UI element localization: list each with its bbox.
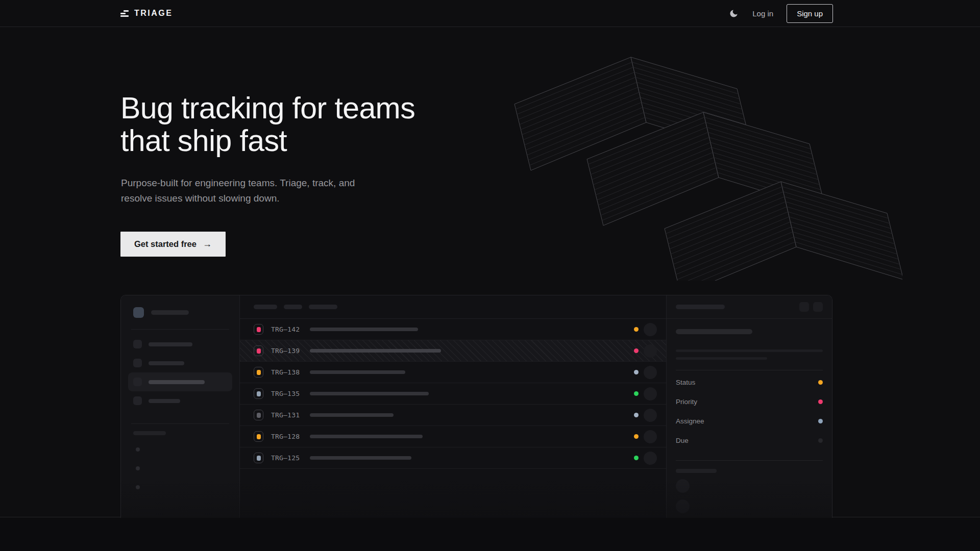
assignee-avatar: [644, 366, 657, 379]
panel-actions: [799, 302, 823, 312]
nav-label-skeleton: [149, 361, 184, 365]
issue-row[interactable]: TRG–125: [240, 447, 666, 469]
issue-id: TRG–142: [271, 325, 310, 333]
nav-label-skeleton: [149, 380, 205, 384]
panel-title-skeleton: [676, 305, 725, 309]
assignee-avatar: [644, 452, 657, 465]
status-dot: [634, 434, 639, 439]
sidebar-nav-item-1[interactable]: [128, 335, 232, 354]
issue-title-skeleton: [310, 456, 411, 460]
issue-title-skeleton: [310, 349, 441, 353]
get-started-button[interactable]: Get started free →: [120, 232, 226, 257]
issue-title-skeleton: [310, 370, 405, 374]
issue-type-icon: [254, 453, 263, 463]
header-nav: Log in Sign up: [728, 4, 833, 23]
issue-title-skeleton: [676, 329, 752, 334]
section-label-skeleton: [133, 431, 166, 435]
issue-id: TRG–128: [271, 433, 310, 440]
nav-icon-placeholder: [133, 359, 142, 367]
field-value-dot: [818, 399, 823, 404]
issue-title-skeleton: [310, 328, 418, 331]
issue-row[interactable]: TRG–131: [240, 405, 666, 426]
issue-id: TRG–138: [271, 368, 310, 376]
detail-field-row[interactable]: Assignee: [676, 411, 823, 431]
hero-title: Bug tracking for teams that ship fast: [120, 92, 415, 157]
assignee-avatar: [644, 344, 657, 358]
site-header: TRIAGE Log in Sign up: [0, 0, 980, 27]
sidebar-nav-item-2[interactable]: [128, 354, 232, 372]
issue-title-skeleton: [310, 413, 394, 417]
field-value-dot: [818, 419, 823, 423]
toolbar-pill-skeleton: [254, 305, 277, 309]
issue-type-icon: [254, 388, 263, 399]
panel-divider: [676, 460, 823, 461]
sidebar-dot-item: [136, 447, 140, 452]
status-dot: [634, 327, 639, 332]
mockup-detail-panel: Status Priority Assignee Due: [666, 295, 832, 545]
workspace-name-skeleton: [151, 310, 189, 315]
detail-panel-header: [667, 295, 832, 319]
field-list: Status Priority Assignee Due: [676, 372, 823, 450]
workspace-switcher[interactable]: [133, 307, 227, 318]
issue-row[interactable]: TRG–138: [240, 362, 666, 383]
status-dot: [634, 348, 639, 353]
panel-action-button[interactable]: [813, 302, 823, 312]
nav-icon-placeholder: [133, 378, 142, 386]
footer-label-skeleton: [676, 469, 717, 473]
theme-toggle-button[interactable]: [728, 8, 739, 19]
sidebar-nav-item-3-active[interactable]: [128, 372, 232, 391]
brand-logo[interactable]: TRIAGE: [120, 9, 173, 18]
nav-icon-placeholder: [133, 340, 142, 348]
moon-icon: [729, 9, 739, 18]
assignee-avatar: [644, 409, 657, 422]
detail-field-row[interactable]: Due: [676, 431, 823, 450]
field-label: Assignee: [676, 417, 704, 425]
brand-name: TRIAGE: [134, 9, 173, 18]
panel-action-button[interactable]: [799, 302, 809, 312]
issue-list-toolbar: [240, 295, 666, 319]
detail-panel-body: Status Priority Assignee Due: [667, 319, 832, 520]
mockup-sidebar: [121, 295, 240, 545]
field-label: Status: [676, 379, 695, 386]
sidebar-divider: [131, 329, 229, 330]
workspace-avatar: [133, 307, 144, 318]
issue-row[interactable]: TRG–142: [240, 319, 666, 340]
activity-avatar-skeleton: [676, 479, 690, 493]
issue-row[interactable]: TRG–139: [240, 340, 666, 362]
hero-subtitle-line2: resolve issues without slowing down.: [121, 193, 280, 204]
issue-id: TRG–125: [271, 454, 310, 462]
hero-title-line2: that ship fast: [120, 124, 287, 158]
footer-strip: [0, 518, 980, 551]
sidebar-nav-item-4[interactable]: [128, 391, 232, 410]
activity-avatar-skeleton: [676, 499, 690, 513]
assignee-avatar: [644, 430, 657, 443]
panel-divider: [676, 370, 823, 370]
issue-type-icon: [254, 410, 263, 420]
detail-field-row[interactable]: Status: [676, 372, 823, 392]
field-value-dot: [818, 438, 823, 443]
sidebar-dot-item: [136, 466, 140, 470]
detail-field-row[interactable]: Priority: [676, 392, 823, 411]
status-dot: [634, 413, 639, 417]
sidebar-dot-item: [136, 485, 140, 489]
assignee-avatar: [644, 323, 657, 336]
cta-label: Get started free: [134, 239, 197, 249]
nav-label-skeleton: [149, 399, 180, 403]
issue-row[interactable]: TRG–128: [240, 426, 666, 447]
description-line-skeleton: [676, 349, 823, 352]
issue-id: TRG–131: [271, 411, 310, 419]
arrow-right-icon: →: [203, 239, 212, 249]
signup-button[interactable]: Sign up: [787, 4, 833, 23]
hero-section: Bug tracking for teams that ship fast Pu…: [0, 28, 980, 517]
field-label: Due: [676, 437, 689, 444]
issue-row[interactable]: TRG–135: [240, 383, 666, 405]
issue-id: TRG–135: [271, 390, 310, 397]
sidebar-divider: [131, 423, 229, 424]
triage-logo-icon: [120, 10, 129, 17]
field-label: Priority: [676, 398, 697, 406]
field-value-dot: [818, 380, 823, 385]
app-preview-card: TRG–142 TRG–139 TRG–138 TRG–135: [120, 295, 832, 545]
toolbar-pill-skeleton: [309, 305, 337, 309]
issue-title-skeleton: [310, 392, 429, 395]
login-link[interactable]: Log in: [752, 9, 773, 18]
